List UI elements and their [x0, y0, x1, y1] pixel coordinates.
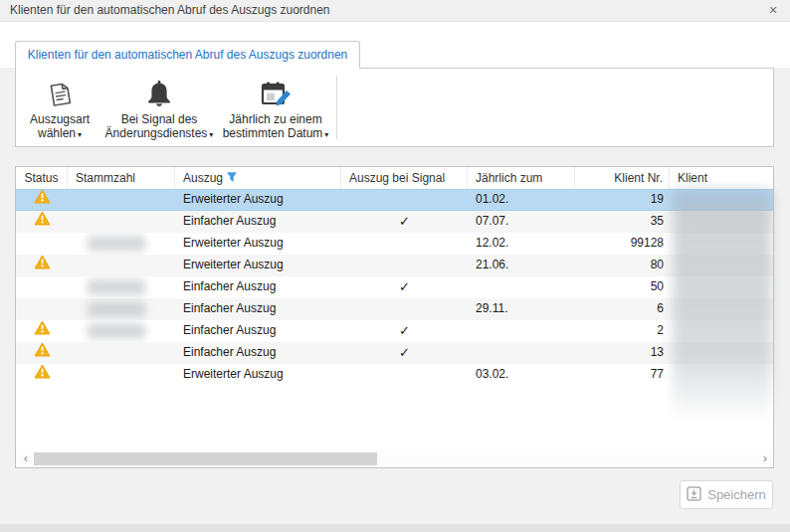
status-cell	[16, 233, 68, 255]
close-icon[interactable]: ×	[762, 0, 784, 21]
warning-icon	[34, 211, 51, 233]
button-label: bestimmten Datum	[223, 126, 323, 140]
auszug-bei-signal-cell: ✓	[341, 320, 468, 342]
auszug-bei-signal-cell: ✓	[341, 276, 468, 298]
jaehrlich-zum-cell: 07.07.	[468, 211, 575, 233]
redacted-stammzahl	[88, 323, 145, 339]
jaehrlich-zum-cell	[468, 276, 575, 298]
window-bottom-strip	[0, 524, 790, 532]
klient-cell	[670, 233, 773, 255]
stammzahl-cell	[68, 342, 175, 364]
auszug-bei-signal-cell	[341, 364, 468, 386]
column-label: Klient Nr.	[614, 168, 663, 189]
table-row[interactable]: Einfacher Auszug29.11.6	[16, 298, 773, 320]
status-cell	[16, 189, 68, 211]
auszug-bei-signal-cell	[341, 189, 468, 211]
klient-cell	[670, 298, 773, 320]
status-cell	[16, 211, 68, 233]
klienten-table: Status Stammzahl Auszug Auszug bei Signa…	[15, 166, 774, 468]
warning-icon	[34, 255, 51, 276]
auszug-cell: Erweiterter Auszug	[175, 255, 341, 276]
scroll-right-icon[interactable]: ›	[757, 450, 773, 467]
table-row[interactable]: Erweiterter Auszug21.06.80	[16, 255, 773, 276]
auszug-bei-signal-cell	[341, 255, 468, 276]
stammzahl-cell	[68, 255, 175, 276]
status-cell	[16, 364, 68, 386]
speichern-button[interactable]: Speichern	[680, 480, 773, 509]
column-header-stammzahl[interactable]: Stammzahl	[68, 167, 175, 189]
table-row[interactable]: Erweiterter Auszug12.02.99128	[16, 233, 773, 255]
column-header-klient-nr[interactable]: Klient Nr.	[575, 167, 670, 189]
column-header-auszug[interactable]: Auszug	[175, 167, 341, 189]
stammzahl-cell	[68, 189, 175, 211]
table-row[interactable]: Einfacher Auszug✓13	[16, 342, 773, 364]
stammzahl-cell	[68, 211, 175, 233]
klient-nr-cell: 50	[575, 276, 670, 298]
scroll-left-icon[interactable]: ‹	[18, 450, 34, 467]
save-icon	[687, 486, 701, 504]
stammzahl-cell	[68, 233, 175, 255]
auszug-cell: Erweiterter Auszug	[175, 189, 341, 211]
klient-nr-cell: 13	[575, 342, 670, 364]
warning-icon	[34, 320, 51, 342]
jaehrlich-zum-cell	[468, 320, 575, 342]
table-row[interactable]: Einfacher Auszug✓50	[16, 276, 773, 298]
toolbar-separator	[336, 76, 337, 139]
redacted-stammzahl	[88, 236, 145, 252]
klient-nr-cell: 19	[575, 189, 670, 211]
horizontal-scrollbar[interactable]: ‹ ›	[16, 450, 773, 467]
check-icon: ✓	[399, 345, 410, 360]
stammzahl-cell	[68, 364, 175, 386]
jaehrlich-zum-cell: 03.02.	[468, 364, 575, 386]
check-icon: ✓	[399, 323, 410, 338]
klient-cell	[670, 211, 773, 233]
warning-icon	[34, 342, 51, 364]
auszug-bei-signal-cell: ✓	[341, 211, 468, 233]
column-header-klient[interactable]: Klient	[670, 167, 773, 189]
klient-nr-cell: 80	[575, 255, 670, 276]
chevron-down-icon: ▾	[209, 130, 213, 139]
scrollbar-thumb[interactable]	[34, 452, 377, 465]
column-header-jaehrlich-zum[interactable]: Jährlich zum	[468, 167, 575, 189]
column-label: Status	[24, 168, 58, 189]
warning-icon	[34, 189, 51, 211]
klient-nr-cell: 99128	[575, 233, 670, 255]
filter-funnel-icon[interactable]	[227, 168, 237, 189]
column-header-status[interactable]: Status	[16, 167, 68, 189]
column-label: Stammzahl	[76, 168, 135, 189]
klient-cell	[670, 255, 773, 276]
tab-klienten-zuordnen[interactable]: Klienten für den automatischen Abruf des…	[15, 41, 360, 69]
titlebar: Klienten für den automatischen Abruf des…	[0, 0, 790, 22]
save-label: Speichern	[707, 487, 766, 502]
tab-label: Klienten für den automatischen Abruf des…	[28, 48, 348, 62]
klient-nr-cell: 35	[575, 211, 670, 233]
ribbon-panel: Auszugsart wählen▾ Bei Signal des Änderu…	[15, 68, 774, 147]
redacted-stammzahl	[88, 279, 145, 295]
window-title: Klienten für den automatischen Abruf des…	[10, 0, 330, 21]
auszug-cell: Einfacher Auszug	[175, 276, 341, 298]
auszug-bei-signal-cell	[341, 233, 468, 255]
klient-cell	[670, 342, 773, 364]
column-label: Jährlich zum	[476, 168, 542, 189]
table-row[interactable]: Einfacher Auszug✓07.07.35	[16, 211, 773, 233]
jaehrlich-datum-button[interactable]: Jährlich zu einem bestimmten Datum▾	[217, 73, 334, 142]
klient-cell	[670, 276, 773, 298]
status-cell	[16, 255, 68, 276]
table-row[interactable]: Erweiterter Auszug03.02.77	[16, 364, 773, 386]
klient-nr-cell: 6	[575, 298, 670, 320]
auszugsart-waehlen-button[interactable]: Auszugsart wählen▾	[18, 73, 101, 142]
check-icon: ✓	[399, 214, 410, 229]
table-row[interactable]: Einfacher Auszug✓2	[16, 320, 773, 342]
redacted-stammzahl	[88, 301, 145, 317]
button-label: Bei Signal des	[121, 112, 198, 126]
table-row[interactable]: Erweiterter Auszug01.02.19	[16, 189, 773, 211]
calendar-edit-icon	[257, 76, 295, 112]
bei-signal-button[interactable]: Bei Signal des Änderungsdienstes▾	[101, 73, 217, 142]
klient-cell	[670, 189, 773, 211]
jaehrlich-zum-cell: 01.02.	[468, 189, 575, 211]
column-header-auszug-bei-signal[interactable]: Auszug bei Signal	[341, 167, 468, 189]
klient-nr-cell: 77	[575, 364, 670, 386]
auszug-cell: Erweiterter Auszug	[175, 233, 341, 255]
column-label: Auszug bei Signal	[349, 168, 445, 189]
auszug-cell: Erweiterter Auszug	[175, 364, 341, 386]
